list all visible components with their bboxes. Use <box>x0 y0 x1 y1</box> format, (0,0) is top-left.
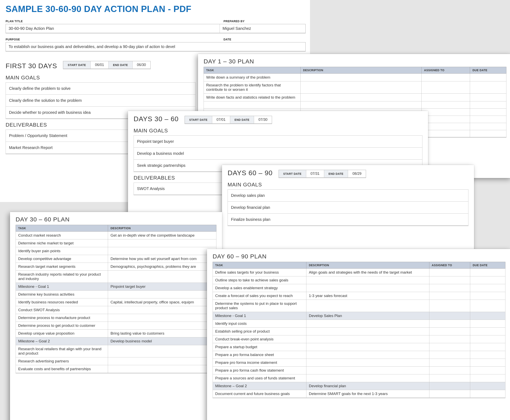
col-assigned: ASSIGNED TO <box>429 262 470 269</box>
desc-cell <box>306 343 429 351</box>
due-cell <box>470 269 505 276</box>
assigned-cell <box>429 312 470 320</box>
days-60-90-end: 08/29 <box>348 170 366 177</box>
desc-cell: Demographics, psychographics, problems t… <box>108 263 216 270</box>
days-30-60-title: DAYS 30 – 60 <box>134 115 179 123</box>
desc-cell <box>108 291 216 298</box>
task-cell: Research the problem to identify factors… <box>204 81 300 94</box>
days-60-90-start: 07/31 <box>306 170 324 177</box>
days-30-60-end: 07/30 <box>254 116 272 123</box>
table-row: Create a forecast of sales you expect to… <box>213 292 505 300</box>
task-cell: Determine the systems to put in place to… <box>213 300 306 312</box>
plan-60-90-table: TASK DESCRIPTION ASSIGNED TO DUE DATE De… <box>213 262 505 398</box>
desc-cell <box>306 335 429 343</box>
table-row: Milestone - Goal 1Pinpoint target buyer <box>16 283 216 291</box>
desc-cell <box>108 270 216 283</box>
card-plan-60-90: DAY 60 – 90 PLAN TASK DESCRIPTION ASSIGN… <box>207 249 510 420</box>
due-cell <box>470 382 505 390</box>
document-title: SAMPLE 30-60-90 DAY ACTION PLAN - PDF <box>6 4 304 14</box>
days-60-90-goals-table: Develop sales plan Develop financial pla… <box>228 189 468 226</box>
table-row: Identify input costs <box>213 320 505 328</box>
col-task: TASK <box>16 225 108 232</box>
desc-cell <box>108 314 216 322</box>
desc-cell <box>306 351 429 359</box>
plan-30-60-table: TASK DESCRIPTION Conduct market research… <box>15 225 216 373</box>
task-cell: Determine process to manufacture product <box>16 314 108 322</box>
desc-cell <box>108 322 216 330</box>
goal-cell: Pinpoint target buyer <box>134 135 422 148</box>
table-row: Identify business resources neededCapita… <box>16 298 216 306</box>
table-row: Milestone – Goal 2Develop business model <box>16 338 216 345</box>
days-60-90-date-bar: START DATE 07/31 END DATE 08/29 <box>279 170 366 178</box>
prepared-by-value: Miguel Sanchez <box>220 24 305 33</box>
assigned-cell <box>429 284 470 292</box>
task-cell: Conduct SWOT Analysis <box>16 306 108 314</box>
due-cell <box>470 81 506 94</box>
task-cell <box>204 101 300 109</box>
desc-cell: 1-3 year sales forecast <box>306 292 429 300</box>
assigned-cell <box>422 101 470 109</box>
main-goals-label: MAIN GOALS <box>228 182 468 188</box>
desc-cell <box>306 359 429 367</box>
due-cell <box>470 116 506 123</box>
plan-title-value: 30-60-90 Day Action Plan <box>6 24 220 33</box>
first-30-title: FIRST 30 DAYS <box>6 62 57 70</box>
due-cell <box>470 312 505 320</box>
table-row: Research advertising partners <box>16 357 216 365</box>
prepared-by-label: PREPARED BY <box>223 20 306 23</box>
date-label: DATE <box>223 38 306 41</box>
task-cell: Define sales targets for your business <box>213 269 306 276</box>
task-cell: Document current and future business goa… <box>213 390 306 398</box>
task-cell: Identify input costs <box>213 320 306 328</box>
assigned-cell <box>429 269 470 276</box>
table-row: Evaluate costs and benefits of partnersh… <box>16 365 216 373</box>
assigned-cell <box>429 359 470 367</box>
table-row: Develop competitive advantageDetermine h… <box>16 255 216 263</box>
assigned-cell <box>422 130 470 137</box>
assigned-cell <box>422 94 470 101</box>
desc-cell <box>108 365 216 373</box>
card-plan-30-60: DAY 30 – 60 PLAN TASK DESCRIPTION Conduc… <box>10 212 222 420</box>
desc-cell <box>108 240 216 247</box>
table-row: Develop unique value propositionBring la… <box>16 330 216 338</box>
due-cell <box>470 74 506 81</box>
start-date-label: START DATE <box>63 61 90 69</box>
table-row: Prepare a pro forma balance sheet <box>213 351 505 359</box>
first-30-date-bar: START DATE 06/01 END DATE 06/30 <box>63 61 150 69</box>
table-row: Milestone - Goal 1Develop Sales Plan <box>213 312 505 320</box>
due-cell <box>470 300 505 312</box>
col-task: TASK <box>204 67 300 74</box>
start-date-label: START DATE <box>185 116 212 123</box>
table-row: Develop a sales enablement strategy <box>213 284 505 292</box>
desc-cell <box>306 367 429 375</box>
task-cell: Milestone – Goal 2 <box>16 338 108 345</box>
assigned-cell <box>422 74 470 81</box>
assigned-cell <box>429 390 470 398</box>
due-cell <box>470 284 505 292</box>
first-30-start: 06/01 <box>90 61 109 69</box>
end-date-label: END DATE <box>324 170 348 177</box>
start-date-label: START DATE <box>279 170 306 177</box>
col-due: DUE DATE <box>470 262 505 269</box>
task-cell: Prepare a startup budget <box>213 343 306 351</box>
col-desc: DESCRIPTION <box>306 262 429 269</box>
plan-title-prepared-row: 30-60-90 Day Action Plan Miguel Sanchez <box>6 24 306 33</box>
table-row: Conduct break-even point analysis <box>213 335 505 343</box>
goal-cell: Clearly define the problem to solve <box>6 82 195 95</box>
first-30-end: 06/30 <box>133 61 150 69</box>
table-row: Research industry reports related to you… <box>16 270 216 283</box>
days-30-60-start: 07/01 <box>212 116 230 123</box>
task-cell: Evaluate costs and benefits of partnersh… <box>16 365 108 373</box>
due-cell <box>470 292 505 300</box>
table-row: Prepare a startup budget <box>213 343 505 351</box>
table-row: Determine process to manufacture product <box>16 314 216 322</box>
due-cell <box>470 94 506 101</box>
table-row: Determine key business activities <box>16 291 216 298</box>
task-cell: Identify business resources needed <box>16 298 108 306</box>
purpose-value: To establish our business goals and deli… <box>6 42 306 52</box>
assigned-cell <box>429 367 470 375</box>
goal-cell: Finalize business plan <box>228 214 468 226</box>
assigned-cell <box>429 328 470 335</box>
assigned-cell <box>429 343 470 351</box>
table-row: Establish selling price of product <box>213 328 505 335</box>
